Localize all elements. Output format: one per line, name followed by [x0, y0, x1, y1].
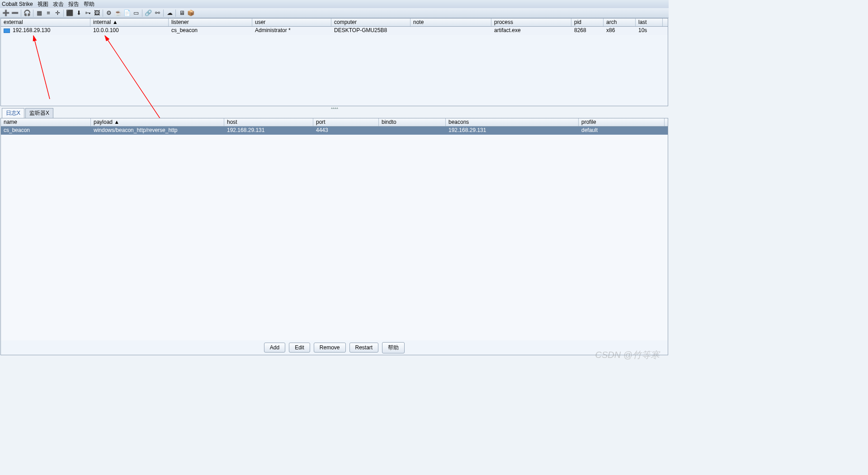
disconnect-icon[interactable]: ➖: [11, 9, 19, 17]
cell-bindto: [379, 127, 446, 135]
col-name[interactable]: name: [1, 118, 91, 126]
menu-cobaltstrike[interactable]: Cobalt Strike: [2, 1, 33, 7]
sessions-pane: external internal ▲ listener user comput…: [0, 18, 668, 106]
table-view-icon[interactable]: ▦: [35, 9, 43, 17]
svg-line-0: [33, 36, 50, 99]
menu-bar: Cobalt Strike 视图 攻击 报告 帮助: [0, 0, 669, 8]
session-row[interactable]: 192.168.29.130 10.0.0.100 cs_beacon Admi…: [1, 27, 668, 35]
toolbar-separator: [21, 9, 21, 17]
remove-button[interactable]: Remove: [314, 343, 346, 353]
tab-listeners[interactable]: 监听器X: [25, 108, 53, 118]
beacon-icon: [4, 28, 10, 33]
cell-name: cs_beacon: [1, 127, 91, 135]
cell-port: 4443: [313, 127, 379, 135]
col-computer[interactable]: computer: [331, 19, 410, 26]
toolbar-separator: [63, 9, 64, 17]
host-icon[interactable]: 🖥: [178, 9, 186, 17]
listener-buttons: Add Edit Remove Restart 帮助: [1, 340, 668, 355]
col-bindto[interactable]: bindto: [379, 118, 446, 126]
listeners-body: cs_beacon windows/beacon_http/reverse_ht…: [1, 127, 668, 135]
cell-listener: cs_beacon: [169, 27, 252, 35]
cell-profile: default: [579, 127, 665, 135]
col-host[interactable]: host: [224, 118, 313, 126]
connect-icon[interactable]: ➕: [2, 9, 10, 17]
col-profile[interactable]: profile: [579, 118, 665, 126]
link-icon[interactable]: 🔗: [144, 9, 152, 17]
col-pid[interactable]: pid: [571, 19, 604, 26]
screenshot-icon[interactable]: 🖼: [93, 9, 101, 17]
script-icon[interactable]: ☕: [114, 9, 122, 17]
keystrokes-icon[interactable]: 🗝: [84, 9, 92, 17]
credentials-icon[interactable]: ⬛: [66, 9, 74, 17]
listener-row[interactable]: cs_beacon windows/beacon_http/reverse_ht…: [1, 127, 668, 135]
package-icon[interactable]: 📦: [187, 9, 195, 17]
restart-button[interactable]: Restart: [349, 343, 379, 353]
cell-user: Administrator *: [252, 27, 331, 35]
cell-external: 192.168.29.130: [1, 27, 90, 35]
col-user[interactable]: user: [252, 19, 331, 26]
settings-icon[interactable]: ⚙: [105, 9, 113, 17]
col-process[interactable]: process: [491, 19, 571, 26]
col-arch[interactable]: arch: [604, 19, 636, 26]
col-last[interactable]: last: [636, 19, 663, 26]
cell-note: [410, 27, 491, 35]
cell-process: artifact.exe: [491, 27, 571, 35]
col-external[interactable]: external: [1, 19, 90, 26]
cell-arch: x86: [604, 27, 636, 35]
cell-pid: 8268: [571, 27, 604, 35]
headset-icon[interactable]: 🎧: [23, 9, 31, 17]
toolbar-separator: [163, 9, 164, 17]
help-button[interactable]: 帮助: [382, 342, 405, 353]
cell-last: 10s: [636, 27, 663, 35]
terminal-icon[interactable]: ▭: [132, 9, 140, 17]
cell-computer: DESKTOP-GMU25B8: [331, 27, 410, 35]
col-internal[interactable]: internal ▲: [90, 19, 169, 26]
menu-help[interactable]: 帮助: [84, 0, 94, 8]
add-button[interactable]: Add: [264, 343, 285, 353]
toolbar-separator: [142, 9, 142, 17]
sessions-body: 192.168.29.130 10.0.0.100 cs_beacon Admi…: [1, 27, 668, 35]
menu-view[interactable]: 视图: [38, 0, 48, 8]
col-note[interactable]: note: [410, 19, 491, 26]
crosshair-icon[interactable]: ✛: [53, 9, 61, 17]
col-payload[interactable]: payload ▲: [91, 118, 224, 126]
list-view-icon[interactable]: ≡: [44, 9, 52, 17]
download-icon[interactable]: ⬇: [75, 9, 83, 17]
toolbar-separator: [103, 9, 103, 17]
cell-beacons: 192.168.29.131: [446, 127, 579, 135]
tab-log[interactable]: 日志X: [2, 108, 24, 118]
sessions-header: external internal ▲ listener user comput…: [1, 19, 668, 27]
listeners-header: name payload ▲ host port bindto beacons …: [1, 118, 668, 127]
col-beacons[interactable]: beacons: [446, 118, 579, 126]
cell-host: 192.168.29.131: [224, 127, 313, 135]
menu-report[interactable]: 报告: [68, 0, 79, 8]
lower-tabs: 日志X 监听器X: [0, 109, 669, 118]
toolbar-separator: [33, 9, 33, 17]
cloud-icon[interactable]: ☁: [165, 9, 174, 17]
unlink-icon[interactable]: ⚯: [153, 9, 161, 17]
edit-button[interactable]: Edit: [289, 343, 310, 353]
menu-attack[interactable]: 攻击: [53, 0, 64, 8]
cell-internal: 10.0.0.100: [90, 27, 169, 35]
document-icon[interactable]: 📄: [123, 9, 131, 17]
listeners-pane: name payload ▲ host port bindto beacons …: [0, 118, 668, 355]
cell-payload: windows/beacon_http/reverse_http: [91, 127, 224, 135]
col-listener[interactable]: listener: [169, 19, 252, 26]
col-port[interactable]: port: [313, 118, 379, 126]
toolbar-separator: [175, 9, 176, 17]
toolbar: ➕ ➖ 🎧 ▦ ≡ ✛ ⬛ ⬇ 🗝 🖼 ⚙ ☕ 📄 ▭ 🔗 ⚯ ☁ 🖥 📦: [0, 8, 669, 18]
